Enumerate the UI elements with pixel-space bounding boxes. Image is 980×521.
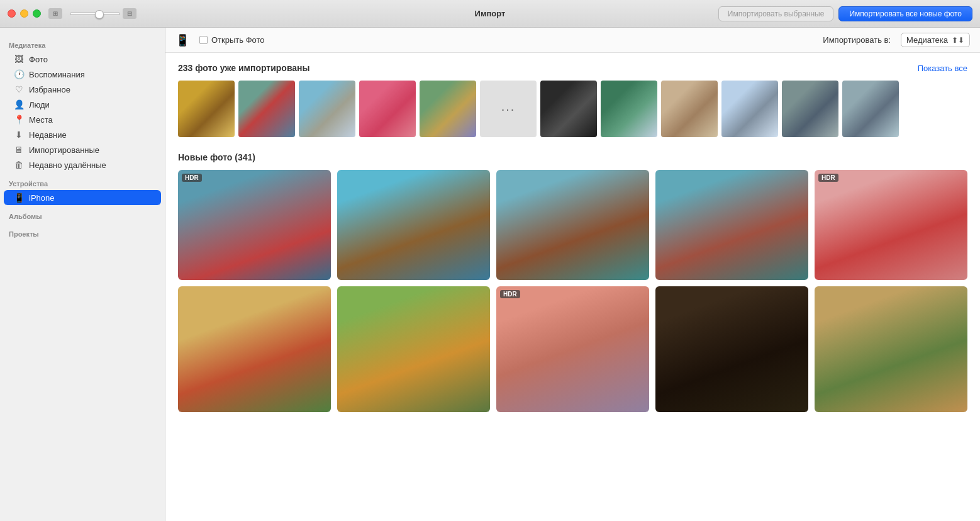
sidebar-item-people-label: Люди (29, 100, 50, 109)
new-photo-10[interactable] (815, 286, 967, 412)
new-photo-1[interactable]: HDR (178, 170, 331, 280)
new-photo-6[interactable] (178, 286, 331, 412)
imported-thumb-8[interactable] (601, 81, 657, 137)
imported-thumb-7[interactable] (540, 81, 597, 137)
open-photo-control[interactable]: Открыть Фото (199, 35, 265, 45)
sidebar-item-imported-label: Импортированные (29, 145, 99, 155)
imported-thumb-more[interactable]: ··· (480, 81, 537, 137)
photos-icon: 🖼 (13, 54, 25, 64)
imported-thumb-10[interactable] (721, 81, 778, 137)
sidebar-item-photos-label: Фото (29, 55, 48, 64)
new-photo-3[interactable] (496, 170, 649, 280)
titlebar-buttons: Импортировать выбранные Импортировать вс… (718, 6, 972, 21)
imported-thumb-4[interactable] (359, 81, 416, 137)
sidebar-item-recent[interactable]: ⬇ Недавние (4, 127, 161, 142)
select-arrows-icon: ⬆⬇ (952, 36, 964, 45)
imported-thumb-3[interactable] (299, 81, 355, 137)
open-photo-checkbox[interactable] (199, 36, 208, 44)
already-imported-title: 233 фото уже импортированы (178, 63, 310, 73)
toolbar: 📱 Открыть Фото Импортировать в: Медиатек… (165, 28, 980, 53)
iphone-icon: 📱 (13, 193, 25, 203)
already-imported-header: 233 фото уже импортированы Показать все (178, 63, 967, 73)
sidebar-item-deleted-label: Недавно удалённые (29, 160, 106, 170)
imported-thumb-2[interactable] (238, 81, 295, 137)
imported-thumb-11[interactable] (782, 81, 838, 137)
memories-icon: 🕐 (13, 69, 25, 79)
new-photos-header: Новые фото (341) (178, 152, 967, 162)
main-layout: Медиатека 🖼 Фото 🕐 Воспоминания ♡ Избран… (0, 28, 980, 521)
favorites-icon: ♡ (13, 84, 25, 94)
new-photos-title: Новые фото (341) (178, 152, 255, 162)
imported-thumb-1[interactable] (178, 81, 235, 137)
devices-section-label: Устройства (0, 172, 165, 190)
places-icon: 📍 (13, 115, 25, 125)
traffic-lights (8, 9, 41, 18)
window-controls: ⊞ ⊟ (48, 8, 136, 19)
sidebar-toggle-icon[interactable]: ⊞ (48, 8, 62, 19)
import-to-value: Медиатека (906, 35, 948, 45)
titlebar: ⊞ ⊟ Импорт Импортировать выбранные Импор… (0, 0, 980, 28)
people-icon: 👤 (13, 99, 25, 109)
recent-icon: ⬇ (13, 130, 25, 140)
projects-section-label: Проекты (0, 223, 165, 240)
albums-section-label: Альбомы (0, 205, 165, 223)
deleted-icon: 🗑 (13, 160, 25, 170)
device-toolbar-icon: 📱 (175, 33, 189, 47)
zoom-slider[interactable] (70, 8, 120, 19)
sidebar: Медиатека 🖼 Фото 🕐 Воспоминания ♡ Избран… (0, 28, 165, 521)
minimize-button[interactable] (20, 9, 28, 18)
show-all-link[interactable]: Показать все (918, 64, 967, 73)
hdr-badge-8: HDR (500, 290, 520, 298)
sidebar-item-photos[interactable]: 🖼 Фото (4, 52, 161, 67)
hdr-badge-5: HDR (818, 174, 838, 182)
sidebar-item-imported[interactable]: 🖥 Импортированные (4, 142, 161, 157)
sidebar-item-favorites-label: Избранное (29, 85, 70, 94)
sidebar-item-recent-label: Недавние (29, 130, 67, 140)
sidebar-item-deleted[interactable]: 🗑 Недавно удалённые (4, 157, 161, 172)
sidebar-item-places[interactable]: 📍 Места (4, 112, 161, 127)
sidebar-item-favorites[interactable]: ♡ Избранное (4, 82, 161, 97)
import-all-button[interactable]: Импортировать все новые фото (838, 6, 972, 21)
grid-view-icon[interactable]: ⊟ (123, 8, 136, 19)
import-selected-button[interactable]: Импортировать выбранные (718, 6, 834, 21)
new-photos-grid-row1: HDR HDR (178, 170, 967, 280)
content-area: 📱 Открыть Фото Импортировать в: Медиатек… (165, 28, 980, 521)
imported-thumb-5[interactable] (420, 81, 476, 137)
maximize-button[interactable] (33, 9, 41, 18)
photo-area: 233 фото уже импортированы Показать все … (165, 53, 980, 521)
new-photo-2[interactable] (337, 170, 490, 280)
window-title: Импорт (475, 9, 506, 18)
new-photo-4[interactable] (655, 170, 808, 280)
sidebar-item-memories-label: Воспоминания (29, 70, 85, 79)
imported-icon: 🖥 (13, 145, 25, 155)
library-section-label: Медиатека (0, 34, 165, 52)
new-photo-8[interactable]: HDR (496, 286, 649, 412)
import-to-label: Импортировать в: (823, 35, 891, 45)
imported-thumb-9[interactable] (661, 81, 718, 137)
new-photo-7[interactable] (337, 286, 490, 412)
sidebar-item-memories[interactable]: 🕐 Воспоминания (4, 67, 161, 82)
sidebar-item-iphone-label: iPhone (29, 193, 54, 203)
sidebar-item-places-label: Места (29, 115, 53, 125)
close-button[interactable] (8, 9, 16, 18)
open-photo-text: Открыть Фото (211, 35, 265, 45)
new-photo-5[interactable]: HDR (815, 170, 967, 280)
imported-thumbnails-row: ··· (178, 81, 967, 137)
imported-thumb-12[interactable] (842, 81, 899, 137)
hdr-badge-1: HDR (182, 174, 202, 182)
sidebar-item-iphone[interactable]: 📱 iPhone (4, 190, 161, 205)
sidebar-item-people[interactable]: 👤 Люди (4, 97, 161, 112)
new-photos-grid-row2: HDR (178, 286, 967, 412)
import-to-select[interactable]: Медиатека ⬆⬇ (901, 33, 970, 47)
new-photo-9[interactable] (655, 286, 808, 412)
